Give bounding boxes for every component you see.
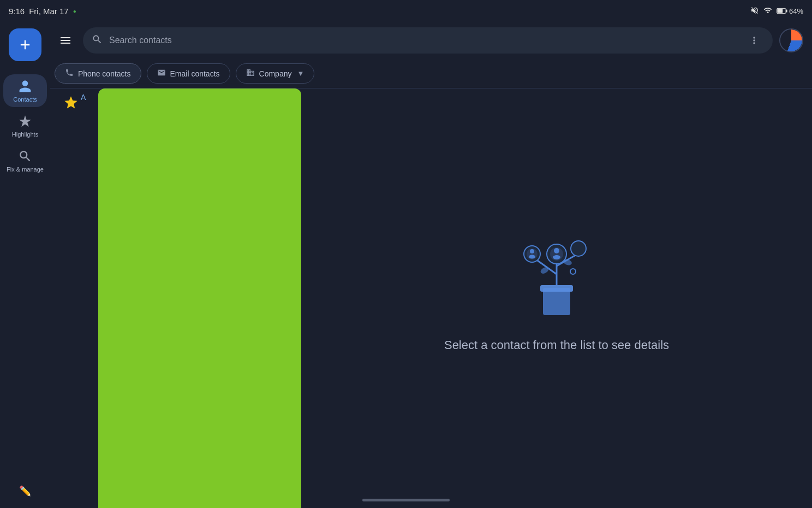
phone-tab-label: Phone contacts xyxy=(78,69,131,78)
avatar-button[interactable] xyxy=(779,28,803,52)
empty-illustration xyxy=(502,211,611,321)
highlights-icon xyxy=(17,114,33,129)
alpha-char-a: A xyxy=(81,93,86,102)
person-icon xyxy=(17,79,33,94)
search-placeholder[interactable]: Search contacts xyxy=(109,36,738,45)
svg-point-16 xyxy=(571,241,586,256)
svg-rect-2 xyxy=(777,9,783,13)
top-bar-area: Search contacts Phone contacts xyxy=(50,22,812,508)
svg-rect-4 xyxy=(540,285,573,292)
edit-icon-container[interactable]: ✏️ xyxy=(19,485,31,497)
search-more-button[interactable] xyxy=(744,31,764,50)
filter-tab-phone[interactable]: Phone contacts xyxy=(55,63,141,84)
alphabet-index: A xyxy=(81,88,86,102)
svg-point-11 xyxy=(553,255,560,259)
sidebar-item-highlights[interactable]: Highlights xyxy=(3,109,47,142)
mute-icon xyxy=(750,6,759,16)
avatar-image xyxy=(780,29,802,51)
filter-tab-email[interactable]: Email contacts xyxy=(147,63,230,84)
email-tab-icon xyxy=(157,68,166,79)
fab-add-button[interactable] xyxy=(9,28,41,61)
time-display: 9:16 xyxy=(9,7,25,16)
date-display: Fri, Mar 17 xyxy=(29,7,69,16)
battery-display: 64% xyxy=(777,7,803,15)
sidebar-item-contacts[interactable]: Contacts xyxy=(3,74,47,107)
svg-point-10 xyxy=(554,248,559,253)
status-bar: 9:16 Fri, Mar 17 ● 64% xyxy=(0,0,812,22)
company-tab-icon xyxy=(246,68,255,79)
search-bar[interactable]: Search contacts xyxy=(83,27,773,54)
status-bar-left: 9:16 Fri, Mar 17 ● xyxy=(9,7,76,16)
content-area: A xyxy=(50,88,812,508)
search-icon xyxy=(92,34,103,48)
main-container: Contacts Highlights Fix & manage ✏️ xyxy=(0,22,812,508)
status-bar-right: 64% xyxy=(750,6,803,16)
list-section: A xyxy=(50,88,301,508)
contacts-label: Contacts xyxy=(13,96,37,103)
highlights-label: Highlights xyxy=(12,131,38,138)
star-icon-container[interactable] xyxy=(63,95,79,113)
filter-tab-company[interactable]: Company ▼ xyxy=(236,63,315,84)
filter-tabs: Phone contacts Email contacts Company ▼ xyxy=(50,59,812,88)
edit-icon: ✏️ xyxy=(19,486,31,497)
empty-state-text: Select a contact from the list to see de… xyxy=(444,338,669,352)
svg-rect-1 xyxy=(786,10,787,13)
battery-percent: 64% xyxy=(789,7,803,15)
svg-rect-3 xyxy=(543,288,570,315)
privacy-indicator: ● xyxy=(73,8,76,14)
company-tab-label: Company xyxy=(259,69,292,78)
detail-section: Select a contact from the list to see de… xyxy=(301,88,812,508)
sidebar: Contacts Highlights Fix & manage ✏️ xyxy=(0,22,50,508)
svg-point-14 xyxy=(530,249,534,253)
contact-list-panel[interactable] xyxy=(98,88,301,508)
fix-manage-label: Fix & manage xyxy=(7,166,44,173)
bottom-nav-indicator xyxy=(362,499,450,501)
wrench-icon xyxy=(17,149,33,164)
email-tab-label: Email contacts xyxy=(170,69,220,78)
sidebar-item-fix-manage[interactable]: Fix & manage xyxy=(3,144,47,177)
svg-point-17 xyxy=(570,269,576,274)
svg-point-15 xyxy=(529,255,535,259)
phone-tab-icon xyxy=(65,68,74,79)
signal-icon xyxy=(763,6,772,16)
hamburger-button[interactable] xyxy=(55,29,76,51)
company-tab-arrow: ▼ xyxy=(297,69,304,78)
top-bar: Search contacts xyxy=(50,22,812,59)
